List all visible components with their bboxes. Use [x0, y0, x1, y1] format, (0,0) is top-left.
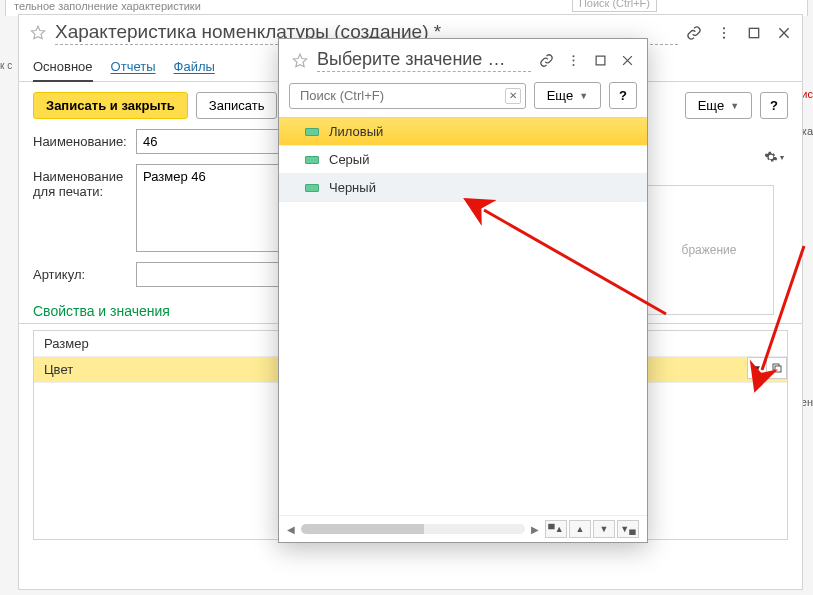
tab-reports[interactable]: Отчеты	[111, 55, 156, 82]
dialog-title: Выберите значение …	[317, 49, 531, 72]
item-marker-icon	[305, 184, 319, 192]
svg-point-2	[723, 37, 725, 39]
scroll-right-icon[interactable]: ▶	[531, 524, 539, 535]
sku-input[interactable]	[136, 262, 286, 287]
dialog-help-button[interactable]: ?	[609, 82, 637, 109]
item-marker-icon	[305, 156, 319, 164]
image-placeholder[interactable]: бражение	[644, 185, 774, 315]
open-dialog-icon[interactable]	[767, 357, 787, 379]
list-item-label: Лиловый	[329, 124, 383, 139]
chevron-down-icon: ▼	[730, 101, 739, 111]
save-and-close-button[interactable]: Записать и закрыть	[33, 92, 188, 119]
more-button[interactable]: Еще ▼	[685, 92, 752, 119]
value-list: Лиловый Серый Черный	[279, 117, 647, 515]
favorite-star-icon[interactable]	[291, 52, 309, 70]
search-input[interactable]	[298, 87, 505, 104]
move-up-icon[interactable]: ▲	[569, 520, 591, 538]
name-input[interactable]	[136, 129, 286, 154]
svg-rect-5	[775, 366, 781, 372]
value-select-dialog: Выберите значение … ✕ Еще ▼ ? Лиловый Се…	[278, 38, 648, 543]
kebab-menu-icon[interactable]	[566, 53, 581, 68]
truncated-right-2: ка	[802, 125, 813, 137]
svg-point-7	[573, 60, 575, 62]
dialog-more-button[interactable]: Еще ▼	[534, 82, 601, 109]
svg-point-0	[723, 27, 725, 29]
help-button[interactable]: ?	[760, 92, 788, 119]
name-label: Наименование:	[33, 129, 128, 149]
maximize-icon[interactable]	[746, 25, 762, 41]
sku-label: Артикул:	[33, 262, 128, 282]
move-down-icon[interactable]: ▼	[593, 520, 615, 538]
truncated-left: к с	[0, 60, 18, 100]
background-search-phantom: Поиск (Ctrl+F)	[572, 0, 657, 12]
scroll-left-icon[interactable]: ◀	[287, 524, 295, 535]
clear-search-icon[interactable]: ✕	[505, 88, 521, 104]
close-icon[interactable]	[620, 53, 635, 68]
horizontal-scrollbar[interactable]	[301, 524, 525, 534]
tab-files[interactable]: Файлы	[174, 55, 215, 82]
image-placeholder-text: бражение	[682, 243, 737, 257]
list-nav-buttons: ▀▲ ▲ ▼ ▼▄	[545, 520, 639, 538]
link-icon[interactable]	[686, 25, 702, 41]
svg-point-6	[573, 55, 575, 57]
svg-point-8	[573, 64, 575, 66]
dialog-toolbar: ✕ Еще ▼ ?	[279, 78, 647, 117]
svg-rect-9	[596, 56, 605, 65]
more-button-label: Еще	[698, 98, 724, 113]
save-button[interactable]: Записать	[196, 92, 278, 119]
list-item[interactable]: Лиловый	[279, 118, 647, 146]
svg-point-1	[723, 32, 725, 34]
print-name-input[interactable]	[136, 164, 286, 252]
cell-value-controls: ▼	[747, 357, 787, 379]
dialog-more-label: Еще	[547, 88, 573, 103]
list-item[interactable]: Серый	[279, 146, 647, 174]
background-title-fragment: тельное заполнение характеристики	[14, 0, 201, 12]
svg-rect-3	[749, 28, 758, 37]
list-item[interactable]: Черный	[279, 174, 647, 202]
goto-top-icon[interactable]: ▀▲	[545, 520, 567, 538]
dialog-titlebar: Выберите значение …	[279, 39, 647, 78]
kebab-menu-icon[interactable]	[716, 25, 732, 41]
print-name-label: Наименование для печати:	[33, 164, 128, 199]
maximize-icon[interactable]	[593, 53, 608, 68]
list-item-label: Черный	[329, 180, 376, 195]
list-item-label: Серый	[329, 152, 369, 167]
truncated-right-1: ис	[801, 88, 813, 100]
link-icon[interactable]	[539, 53, 554, 68]
close-icon[interactable]	[776, 25, 792, 41]
item-marker-icon	[305, 128, 319, 136]
dialog-footer: ◀ ▶ ▀▲ ▲ ▼ ▼▄	[279, 515, 647, 542]
favorite-star-icon[interactable]	[29, 24, 47, 42]
window-controls	[686, 25, 792, 41]
settings-gear-icon[interactable]: ▾	[764, 147, 784, 167]
tab-main[interactable]: Основное	[33, 55, 93, 82]
chevron-down-icon: ▼	[579, 91, 588, 101]
dropdown-toggle-icon[interactable]: ▼	[747, 357, 767, 379]
goto-bottom-icon[interactable]: ▼▄	[617, 520, 639, 538]
search-box[interactable]: ✕	[289, 83, 526, 109]
